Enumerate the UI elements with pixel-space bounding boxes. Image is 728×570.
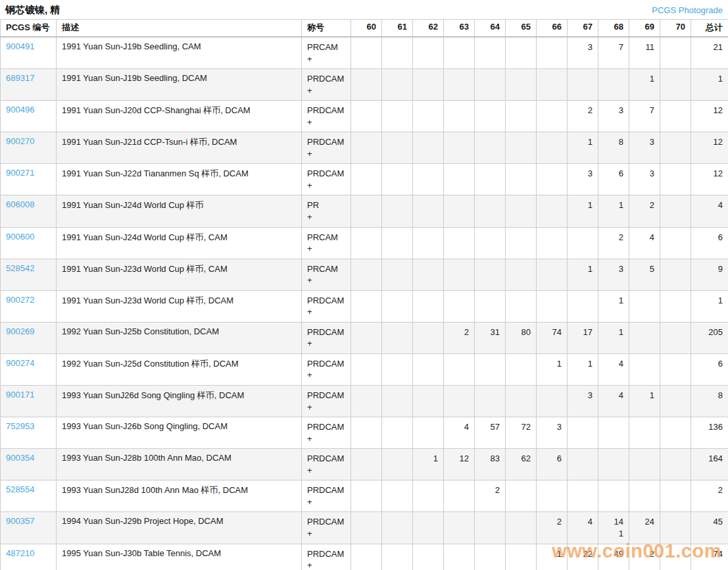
designation-cell: PRCAM +	[302, 37, 351, 69]
grade-68-count-cell: 6	[598, 164, 629, 195]
total-count-cell: 164	[691, 449, 728, 480]
table-row: 9006001991 Yuan Sun-J24d World Cup 样币, C…	[1, 227, 728, 259]
pcgs-number-link[interactable]: 528554	[6, 484, 34, 494]
grade-64-count-cell	[475, 512, 506, 544]
table-row: 9001711993 Yuan SunJ26d Song Qingling 样币…	[1, 386, 728, 417]
grade-60-count-cell	[351, 417, 382, 449]
grade-66-count-cell: 74	[537, 322, 568, 353]
grade-66-count-cell	[537, 37, 568, 69]
grade-67-count-cell: 1	[568, 195, 598, 227]
pcgs-number-cell: 487210	[1, 544, 57, 570]
grade-62-count-cell	[413, 101, 444, 132]
pcgs-number-link[interactable]: 900357	[6, 516, 34, 526]
designation-cell: PRDCAM +	[302, 322, 351, 353]
total-count-cell: 6	[691, 227, 728, 259]
grade-66-count-cell	[537, 259, 568, 290]
total-count-cell: 45	[691, 512, 728, 544]
pcgs-number-cell: 900491	[1, 37, 57, 69]
grade-63-count-cell: 2	[444, 322, 475, 353]
total-count-cell: 74	[691, 544, 728, 570]
description-cell: 1994 Yuan Sun-J29b Project Hope, DCAM	[57, 512, 302, 544]
pcgs-number-link[interactable]: 752953	[6, 421, 34, 431]
grade-70-count-cell	[660, 449, 691, 480]
grade-61-count-cell	[382, 37, 413, 69]
grade-60-count-cell	[351, 259, 382, 290]
grade-66-count-cell: 3	[537, 417, 568, 449]
pcgs-number-link[interactable]: 900171	[6, 390, 34, 400]
table-row: 4872101995 Yuan Sun-J30b Table Tennis, D…	[1, 544, 728, 570]
grade-70-count-cell	[660, 322, 691, 353]
grade-65-count-cell	[506, 386, 537, 417]
designation-label: PRCAM	[307, 42, 338, 52]
grade-69-count-cell: 24	[629, 512, 660, 544]
grade-65-count-cell	[506, 544, 537, 570]
grade-64-count-cell	[475, 132, 506, 164]
grade-67-count-cell: 1	[568, 259, 598, 290]
grade-60-count-cell	[351, 386, 382, 417]
pcgs-number-link[interactable]: 900600	[6, 232, 34, 242]
column-header-grade-60: 60	[351, 20, 382, 38]
designation-cell: PRDCAM +	[302, 290, 351, 322]
pcgs-number-link[interactable]: 606008	[6, 199, 34, 209]
grade-67-count-cell	[568, 69, 598, 101]
grade-61-count-cell	[382, 353, 413, 385]
grade-67-count-cell: 2	[568, 101, 598, 132]
pcgs-number-cell: 900269	[1, 322, 57, 353]
pcgs-number-link[interactable]: 528542	[6, 263, 34, 273]
column-header-grade-68: 68	[598, 20, 629, 38]
designation-label: PRDCAM	[307, 390, 344, 400]
designation-plus-label: +	[307, 86, 312, 95]
pcgs-number-link[interactable]: 900271	[6, 168, 34, 178]
pcgs-number-cell: 900270	[1, 132, 57, 164]
grade-69-count-cell: 1	[629, 386, 660, 417]
pcgs-number-link[interactable]: 900354	[6, 453, 34, 463]
pcgs-photograde-link[interactable]: PCGS Photograde	[652, 5, 723, 15]
grade-66-count-cell: 6	[537, 449, 568, 480]
pcgs-number-link[interactable]: 900496	[6, 105, 34, 115]
pcgs-number-link[interactable]: 900491	[6, 41, 34, 51]
pcgs-number-cell: 900274	[1, 353, 57, 385]
description-cell: 1992 Yuan Sun-J25b Constitution, DCAM	[57, 322, 302, 353]
grade-62-count-cell	[413, 544, 444, 570]
pcgs-number-link[interactable]: 487210	[6, 548, 34, 558]
pcgs-number-link[interactable]: 900272	[6, 295, 34, 305]
grade-66-count-cell: 1	[537, 353, 568, 385]
description-cell: 1992 Yuan Sun-J25d Constitution 样币, DCAM	[57, 353, 302, 385]
grade-70-count-cell	[660, 386, 691, 417]
grade-61-count-cell	[382, 195, 413, 227]
total-count-cell: 136	[691, 417, 728, 449]
grade-67-count-cell: 3	[568, 386, 598, 417]
grade-69-count-cell: 5	[629, 259, 660, 290]
pcgs-number-link[interactable]: 900269	[6, 326, 34, 336]
pcgs-number-link[interactable]: 900274	[6, 358, 34, 368]
designation-cell: PRDCAM +	[302, 512, 351, 544]
description-cell: 1993 Yuan SunJ26d Song Qingling 样币, DCAM	[57, 386, 302, 417]
grade-70-count-cell	[660, 544, 691, 570]
grade-69-count-cell	[629, 322, 660, 353]
population-table: PCGS 编号 描述 称号 6061626364656667686970总计 9…	[0, 19, 728, 570]
grade-68-count-cell: 1	[598, 322, 629, 353]
grade-64-count-cell	[475, 37, 506, 69]
grade-68-count-cell: 14 1	[598, 512, 629, 544]
grade-61-count-cell	[382, 480, 413, 512]
designation-cell: PRDCAM +	[302, 101, 351, 132]
grade-67-count-cell	[568, 449, 598, 480]
grade-63-count-cell	[444, 195, 475, 227]
designation-plus-label: +	[307, 402, 312, 412]
description-cell: 1991 Yuan Sun-J23d World Cup 样币, CAM	[57, 259, 302, 290]
pcgs-number-link[interactable]: 689317	[6, 73, 34, 83]
grade-62-count-cell: 1	[413, 449, 444, 480]
pcgs-number-link[interactable]: 900270	[6, 136, 34, 146]
designation-label: PRDCAM	[307, 549, 344, 559]
grade-66-count-cell	[537, 227, 568, 259]
population-table-body: 9004911991 Yuan Sun-J19b Seedling, CAMPR…	[1, 37, 728, 570]
grade-61-count-cell	[382, 132, 413, 164]
grade-65-count-cell	[506, 353, 537, 385]
grade-68-count-cell: 3	[598, 259, 629, 290]
grade-65-count-cell	[506, 132, 537, 164]
grade-65-count-cell	[506, 164, 537, 195]
designation-plus-label: +	[307, 180, 312, 190]
pcgs-number-cell: 528554	[1, 480, 57, 512]
grade-68-count-cell	[598, 417, 629, 449]
grade-63-count-cell	[444, 37, 475, 69]
